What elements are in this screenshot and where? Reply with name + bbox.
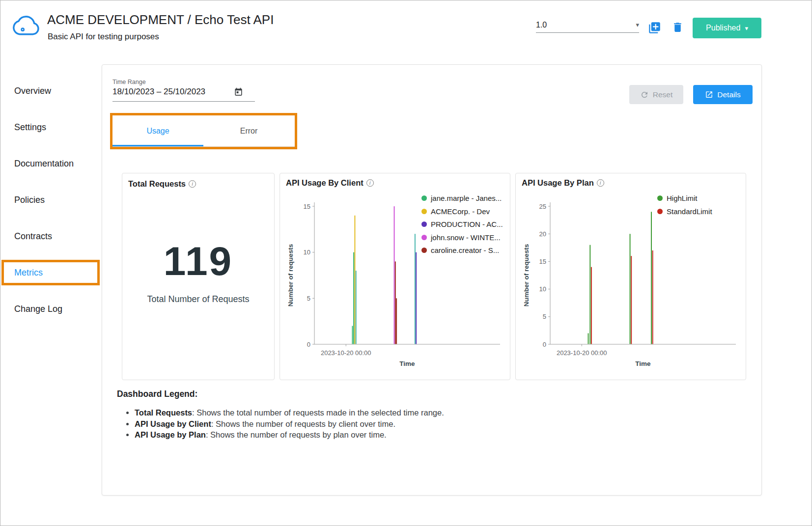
charts-row: Total Requests i 119 Total Number of Req… [122, 173, 746, 380]
card-title: Total Requests i [128, 179, 268, 189]
page-subtitle: Basic API for testing purposes [48, 32, 159, 42]
svg-text:Number of requests: Number of requests [523, 244, 530, 307]
legend-item[interactable]: StandardLimit [657, 207, 712, 216]
dashboard-legend: Dashboard Legend: Total Requests: Shows … [117, 389, 444, 441]
sidebar-item-metrics[interactable]: Metrics [14, 268, 43, 278]
card-title: API Usage By Client i [286, 178, 504, 188]
open-in-new-icon [705, 90, 713, 99]
info-icon[interactable]: i [366, 179, 374, 187]
time-range-value: 18/10/2023 – 25/10/2023 [112, 87, 205, 97]
version-value: 1.0 [536, 21, 547, 29]
info-icon[interactable]: i [189, 180, 196, 188]
sidebar-item-overview[interactable]: Overview [14, 86, 51, 96]
total-requests-body: 119 Total Number of Requests [128, 189, 268, 374]
reset-icon [640, 90, 649, 99]
legend-label: jane.marple - Janes... [431, 194, 502, 202]
legend-item[interactable]: caroline.creator - S... [421, 246, 503, 254]
annotation-box-tabs: Usage Error [110, 113, 297, 149]
legend-item[interactable]: PRODUCTION - AC... [421, 220, 503, 228]
svg-text:2023-10-20 00:00: 2023-10-20 00:00 [557, 349, 607, 357]
api-usage-by-client-card: API Usage By Client i jane.marple - Jane… [280, 173, 510, 380]
svg-text:Time: Time [399, 360, 415, 367]
calendar-icon[interactable] [234, 87, 243, 97]
plan-chart-legend: HighLimitStandardLimit [657, 194, 712, 216]
card-title: API Usage By Plan i [522, 178, 740, 188]
legend-label: ACMECorp. - Dev [431, 207, 490, 216]
client-chart-title: API Usage By Client [286, 178, 364, 188]
svg-text:2023-10-20 00:00: 2023-10-20 00:00 [321, 349, 371, 357]
total-requests-title: Total Requests [128, 179, 186, 189]
annotation-box-metrics: Metrics [1, 260, 100, 285]
time-range-field[interactable]: Time Range 18/10/2023 – 25/10/2023 [112, 79, 255, 102]
legend-item[interactable]: john.snow - WINTE... [421, 233, 503, 242]
sidebar-item-policies[interactable]: Policies [14, 195, 45, 205]
legend-term: Total Requests [135, 408, 192, 417]
svg-text:15: 15 [304, 203, 310, 210]
reset-label: Reset [653, 90, 673, 99]
dashboard-legend-item: API Usage by Plan: Shows the number of r… [135, 429, 444, 441]
svg-text:Time: Time [635, 360, 651, 367]
published-button[interactable]: Published ▾ [693, 18, 761, 38]
legend-item[interactable]: HighLimit [657, 194, 712, 202]
total-requests-card: Total Requests i 119 Total Number of Req… [122, 173, 275, 380]
tab-error[interactable]: Error [203, 115, 294, 146]
dashboard-legend-item: API Usage by Client: Shows the number of… [135, 418, 444, 430]
sidebar-item-documentation[interactable]: Documentation [14, 159, 74, 169]
svg-text:10: 10 [539, 285, 546, 293]
version-select[interactable]: 1.0 ▾ [536, 17, 639, 33]
legend-item[interactable]: ACMECorp. - Dev [421, 207, 503, 216]
svg-text:25: 25 [539, 203, 546, 210]
reset-button[interactable]: Reset [629, 85, 683, 104]
legend-desc: : Shows the number of requests by client… [211, 419, 395, 428]
legend-dot [421, 235, 427, 240]
info-icon[interactable]: i [597, 179, 604, 187]
legend-term: API Usage by Plan [135, 430, 206, 439]
dashboard-legend-list: Total Requests: Shows the total number o… [135, 407, 444, 441]
delete-button[interactable] [671, 20, 685, 36]
published-label: Published [706, 24, 740, 32]
legend-dot [421, 221, 427, 227]
dashboard-legend-item: Total Requests: Shows the total number o… [135, 407, 444, 418]
svg-text:10: 10 [304, 249, 310, 256]
details-label: Details [717, 90, 740, 99]
plan-chart-title: API Usage By Plan [522, 178, 594, 188]
legend-dot [421, 195, 427, 201]
svg-text:15: 15 [539, 258, 546, 265]
details-button[interactable]: Details [693, 85, 753, 104]
legend-dot [657, 209, 663, 214]
library-add-icon [648, 21, 661, 34]
svg-text:5: 5 [543, 313, 546, 320]
svg-text:0: 0 [307, 341, 310, 348]
app-window: ACME DEVELOPMENT / Echo Test API Basic A… [0, 0, 812, 526]
sidebar-item-settings[interactable]: Settings [14, 122, 46, 133]
legend-dot [421, 248, 427, 253]
legend-item[interactable]: jane.marple - Janes... [421, 194, 503, 202]
page-title: ACME DEVELOPMENT / Echo Test API [47, 12, 274, 28]
api-usage-by-plan-card: API Usage By Plan i HighLimitStandardLim… [515, 173, 746, 380]
chevron-down-icon: ▾ [745, 25, 748, 32]
legend-label: PRODUCTION - AC... [431, 220, 503, 228]
svg-text:20: 20 [539, 230, 546, 238]
metrics-panel: Time Range 18/10/2023 – 25/10/2023 Reset… [102, 64, 762, 496]
legend-label: john.snow - WINTE... [431, 233, 501, 242]
legend-desc: : Shows the number of requests by plan o… [206, 430, 387, 439]
legend-term: API Usage by Client [135, 419, 211, 428]
total-requests-caption: Total Number of Requests [147, 294, 249, 305]
cloud-logo-icon [12, 13, 40, 40]
legend-label: StandardLimit [667, 207, 712, 216]
tab-usage[interactable]: Usage [112, 115, 203, 146]
svg-text:Number of requests: Number of requests [287, 244, 294, 307]
sidebar-item-change-log[interactable]: Change Log [14, 304, 62, 314]
legend-dot [657, 195, 663, 201]
trash-icon [672, 21, 684, 33]
legend-desc: : Shows the total number of requests mad… [192, 408, 444, 417]
sidebar-item-contracts[interactable]: Contracts [14, 231, 52, 242]
legend-dot [421, 209, 427, 214]
time-range-label: Time Range [112, 79, 255, 85]
dashboard-legend-heading: Dashboard Legend: [117, 389, 444, 399]
sidebar: Overview Settings Documentation Policies… [0, 64, 102, 496]
svg-text:0: 0 [543, 341, 546, 348]
legend-label: HighLimit [667, 194, 698, 202]
add-version-button[interactable] [647, 20, 662, 37]
legend-label: caroline.creator - S... [431, 246, 499, 254]
